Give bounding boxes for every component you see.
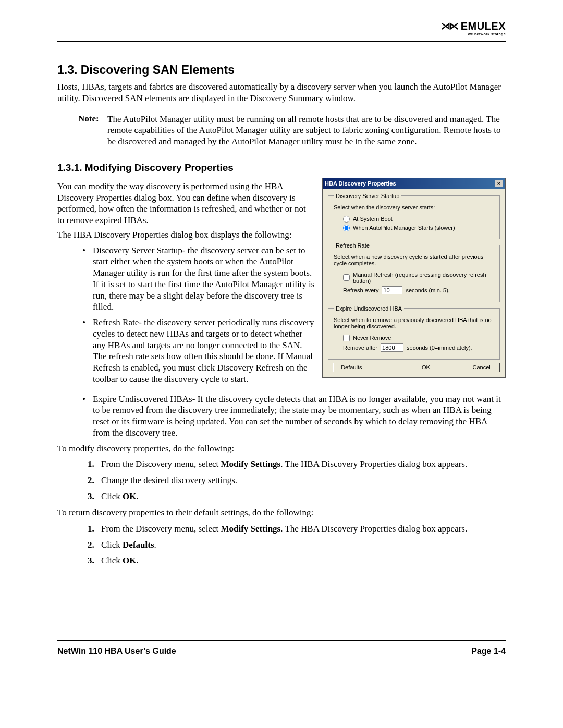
logo-mark-icon: ⋊⋉ xyxy=(441,21,458,31)
checkbox-label: Manual Refresh (requires pressing discov… xyxy=(353,272,494,284)
step-text: Click xyxy=(101,556,123,565)
step-text: . xyxy=(137,491,139,501)
logo-brand: EMULEX xyxy=(461,20,506,32)
dialog-title: HBA Discovery Properties xyxy=(325,180,396,187)
list-item: From the Discovery menu, select Modify S… xyxy=(88,523,506,536)
radio-at-system-boot[interactable]: At System Boot xyxy=(343,216,494,223)
list-item: Click Defaults. xyxy=(88,539,506,552)
subsection-p1: You can modify the way discovery is perf… xyxy=(57,181,315,226)
input-suffix: seconds (min. 5). xyxy=(406,287,449,293)
page-header: ⋊⋉EMULEX we network storage xyxy=(57,21,506,42)
footer-page-number: Page 1-4 xyxy=(471,647,506,656)
procedure-a-intro: To modify discovery properties, do the f… xyxy=(57,443,506,454)
input-prefix: Refresh every xyxy=(343,287,378,293)
dialog-titlebar[interactable]: HBA Discovery Properties × xyxy=(323,178,505,189)
procedure-b: From the Discovery menu, select Modify S… xyxy=(88,523,506,567)
radio-label: When AutoPilot Manager Starts (slower) xyxy=(353,225,455,231)
input-prefix: Remove after xyxy=(343,344,377,351)
procedure-a: From the Discovery menu, select Modify S… xyxy=(88,458,506,503)
close-icon[interactable]: × xyxy=(495,180,503,187)
section-title: 1.3. Discovering SAN Elements xyxy=(57,63,506,77)
step-text: Click xyxy=(101,540,123,550)
step-text: From the Discovery menu, select xyxy=(101,524,221,534)
step-bold: Defaults xyxy=(123,540,154,550)
step-bold: OK xyxy=(123,491,136,501)
remove-after-row: Remove after seconds (0=immediately). xyxy=(343,343,494,352)
group-description: Select when a new discovery cycle is sta… xyxy=(334,254,494,266)
bullet-list: Discovery Server Startup- the discovery … xyxy=(82,245,315,385)
dialog-button-row: Defaults OK Cancel xyxy=(328,363,500,372)
group-discovery-startup: Discovery Server Startup Select when the… xyxy=(328,193,500,239)
note-block: Note: The AutoPilot Manager utility must… xyxy=(78,114,506,147)
checkbox-manual-refresh[interactable]: Manual Refresh (requires pressing discov… xyxy=(343,272,494,284)
group-legend: Expire Undiscovered HBA xyxy=(334,305,404,312)
checkbox-input[interactable] xyxy=(343,274,350,281)
checkbox-input[interactable] xyxy=(343,335,350,341)
step-text: . xyxy=(154,540,156,550)
step-text: . The HBA Discovery Properties dialog bo… xyxy=(280,524,467,534)
radio-label: At System Boot xyxy=(353,216,393,222)
logo-tagline: we network storage xyxy=(441,32,506,36)
section-intro: Hosts, HBAs, targets and fabrics are dis… xyxy=(57,81,506,104)
remove-after-seconds-input[interactable] xyxy=(381,343,403,352)
list-item: Change the desired discovery settings. xyxy=(88,474,506,487)
step-bold: Modify Settings xyxy=(221,459,280,469)
step-bold: OK xyxy=(123,556,136,565)
radio-input[interactable] xyxy=(343,216,350,223)
group-expire-hba: Expire Undiscovered HBA Select when to r… xyxy=(328,305,500,360)
list-item: Refresh Rate- the discovery server perio… xyxy=(82,317,315,385)
list-item: Discovery Server Startup- the discovery … xyxy=(82,245,315,313)
emulex-logo: ⋊⋉EMULEX we network storage xyxy=(441,21,506,36)
group-refresh-rate: Refresh Rate Select when a new discovery… xyxy=(328,242,500,302)
group-legend: Discovery Server Startup xyxy=(334,193,401,199)
radio-when-autopilot-starts[interactable]: When AutoPilot Manager Starts (slower) xyxy=(343,225,494,231)
bullet-list-continued: Expire Undiscovered HBAs- If the discove… xyxy=(82,393,506,439)
refresh-seconds-input[interactable] xyxy=(382,286,402,294)
note-body: The AutoPilot Manager utility must be ru… xyxy=(107,114,506,147)
list-item: Expire Undiscovered HBAs- If the discove… xyxy=(82,393,506,439)
refresh-every-row: Refresh every seconds (min. 5). xyxy=(343,286,494,294)
ok-button[interactable]: OK xyxy=(408,363,445,372)
list-item: Click OK. xyxy=(88,554,506,567)
step-text: From the Discovery menu, select xyxy=(101,459,221,469)
step-bold: Modify Settings xyxy=(221,524,280,534)
procedure-b-intro: To return discovery properties to their … xyxy=(57,507,506,519)
note-label: Note: xyxy=(78,114,107,147)
radio-input[interactable] xyxy=(343,225,350,231)
step-text: . xyxy=(137,556,139,565)
group-legend: Refresh Rate xyxy=(334,242,372,249)
group-description: Select when the discovery server starts: xyxy=(334,204,494,211)
page-footer: NetWin 110 HBA User’s Guide Page 1-4 xyxy=(57,640,506,656)
list-item: Click OK. xyxy=(88,490,506,503)
subsection-p2: The HBA Discovery Properties dialog box … xyxy=(57,229,315,241)
cancel-button[interactable]: Cancel xyxy=(463,363,500,372)
subsection-title: 1.3.1. Modifying Discovery Properties xyxy=(57,162,506,174)
checkbox-never-remove[interactable]: Never Remove xyxy=(343,335,494,341)
step-text: Click xyxy=(101,491,123,501)
step-text: . The HBA Discovery Properties dialog bo… xyxy=(280,459,467,469)
footer-doc-title: NetWin 110 HBA User’s Guide xyxy=(57,647,176,656)
group-description: Select when to remove a previously disco… xyxy=(334,317,494,329)
input-suffix: seconds (0=immediately). xyxy=(407,344,472,351)
defaults-button[interactable]: Defaults xyxy=(333,363,370,372)
list-item: From the Discovery menu, select Modify S… xyxy=(88,458,506,471)
checkbox-label: Never Remove xyxy=(353,335,391,341)
hba-discovery-dialog: HBA Discovery Properties × Discovery Ser… xyxy=(322,178,506,378)
